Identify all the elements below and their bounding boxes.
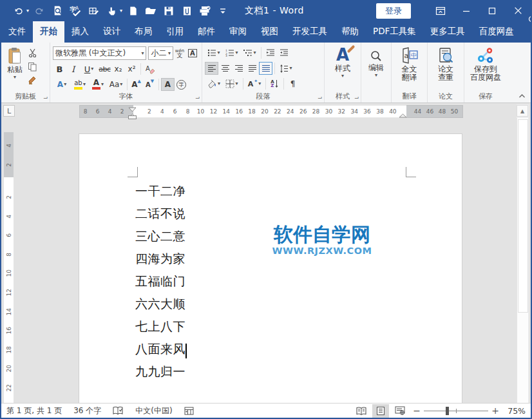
justify-button[interactable] [245, 62, 259, 75]
text-effects-dropdown-icon[interactable]: ▾ [64, 83, 66, 86]
underline-dropdown-icon[interactable]: ▾ [91, 67, 93, 71]
attachment-icon[interactable] [179, 3, 195, 19]
page-indicator[interactable]: 第 1 页, 共 1 页 [6, 405, 62, 416]
document-line[interactable]: 六六大顺 [135, 296, 185, 318]
scroll-up-icon[interactable]: ▲ [517, 105, 528, 117]
zoom-slider-thumb[interactable] [446, 407, 449, 415]
grow-font-button[interactable]: A▲ [129, 78, 143, 91]
zoom-level[interactable]: 75% [501, 406, 526, 416]
enclose-characters-button[interactable]: 字 [175, 78, 188, 91]
tell-me-button[interactable]: 告诉我 [521, 0, 532, 43]
redo-icon[interactable] [32, 3, 47, 19]
ribbon-tab[interactable]: 插入 [64, 21, 96, 43]
align-center-button[interactable] [218, 62, 232, 75]
decrease-indent-icon[interactable] [263, 46, 277, 59]
document-page[interactable]: 一干二净二话不说三心二意四海为家五福临门六六大顺七上八下八面来风九九归一 软件自… [79, 133, 462, 403]
increase-indent-icon[interactable] [277, 46, 290, 59]
shrink-font-button[interactable]: A▼ [143, 78, 157, 91]
read-mode-icon[interactable] [353, 404, 370, 418]
ribbon-tab[interactable]: 设计 [96, 21, 128, 43]
draw-table-icon[interactable] [86, 3, 101, 19]
customize-quick-access-icon[interactable] [215, 3, 231, 19]
format-painter-icon[interactable] [26, 73, 39, 86]
copy-icon[interactable] [26, 60, 39, 73]
clear-formatting-icon[interactable]: A [143, 63, 157, 75]
web-layout-icon[interactable] [392, 404, 408, 418]
ribbon-tab[interactable]: 审阅 [222, 21, 254, 43]
collapse-ribbon-button[interactable] [518, 92, 526, 101]
document-line[interactable]: 一干二净 [135, 183, 185, 206]
left-indent-marker[interactable] [128, 115, 137, 119]
cut-icon[interactable] [26, 46, 39, 59]
maximize-button[interactable] [479, 0, 505, 21]
zoom-slider[interactable] [424, 404, 488, 418]
align-left-button[interactable] [205, 62, 218, 75]
font-name-combo[interactable]: 微软雅黑 (中文正文) ▾ [53, 46, 146, 60]
line-spacing-button[interactable]: ▾ [277, 62, 295, 75]
scrollbar-thumb[interactable] [518, 119, 528, 313]
minimize-button[interactable] [453, 0, 479, 21]
highlight-dropdown-icon[interactable]: ▾ [83, 83, 86, 86]
spelling-grammar-icon[interactable]: 字A [68, 3, 83, 19]
borders-button[interactable]: ▾ [223, 77, 241, 90]
text-effects-button[interactable]: A▾ [53, 78, 71, 91]
character-border-icon[interactable]: A [186, 47, 199, 60]
save-to-baidu-button[interactable]: 保存到百度网盘 [467, 45, 504, 84]
document-line[interactable]: 四海为家 [135, 251, 185, 273]
multilevel-dropdown-icon[interactable]: ▾ [253, 51, 256, 55]
document-line[interactable]: 七上八下 [135, 318, 185, 341]
sort-button[interactable]: AZ [268, 77, 281, 90]
align-right-button[interactable] [232, 62, 245, 75]
ribbon-tab[interactable]: 更多工具 [423, 21, 472, 43]
italic-button[interactable]: I [66, 63, 80, 75]
paste-button[interactable]: 粘贴 ▾ [4, 45, 26, 86]
bullets-button[interactable]: ▾ [205, 46, 223, 59]
bold-button[interactable]: B [53, 63, 66, 75]
tab-stop-selector[interactable]: L [3, 105, 15, 117]
borders-dropdown-icon[interactable]: ▾ [235, 82, 238, 86]
document-line[interactable]: 二话不说 [135, 206, 185, 228]
editing-dropdown-icon[interactable]: ▾ [375, 73, 377, 77]
print-preview-icon[interactable] [50, 3, 65, 19]
superscript-button[interactable]: x² [125, 63, 138, 75]
asian-layout-dropdown-icon[interactable]: ▾ [258, 82, 261, 86]
right-indent-marker[interactable] [399, 111, 407, 120]
line-spacing-dropdown-icon[interactable]: ▾ [289, 66, 292, 70]
font-dialog-launcher-icon[interactable]: ⌐ [195, 95, 200, 101]
language-indicator[interactable]: 中文(中国) [135, 405, 172, 416]
font-color-dropdown-icon[interactable]: ▾ [101, 83, 104, 86]
font-color-button[interactable]: A▾ [89, 78, 107, 91]
proofing-check-icon[interactable] [113, 406, 124, 415]
styles-dropdown-icon[interactable]: ▾ [341, 74, 344, 78]
font-size-combo[interactable]: 小二 ▾ [148, 46, 173, 60]
ribbon-tab[interactable]: 视图 [254, 21, 285, 43]
new-document-icon[interactable] [125, 3, 140, 19]
ribbon-tab[interactable]: 开发工具 [285, 21, 334, 43]
phonetic-guide-icon[interactable]: wén文 [173, 47, 186, 60]
zoom-out-button[interactable]: − [411, 405, 423, 416]
vertical-scrollbar[interactable]: ▲ [517, 104, 529, 403]
asian-layout-button[interactable]: A✦▾ [245, 77, 263, 90]
document-line[interactable]: 八面来风 [135, 341, 185, 364]
undo-icon[interactable] [10, 3, 26, 19]
font-name-dropdown-icon[interactable]: ▾ [141, 52, 144, 55]
undo-dropdown-icon[interactable]: ▾ [26, 8, 29, 14]
multilevel-list-button[interactable]: ▾ [241, 46, 259, 59]
change-case-dropdown-icon[interactable]: ▾ [120, 83, 122, 86]
ribbon-tab[interactable]: 邮件 [191, 21, 222, 43]
styles-dialog-launcher-icon[interactable]: ⌐ [354, 95, 359, 101]
strikethrough-button[interactable]: abc [98, 63, 111, 75]
ribbon-tab[interactable]: 引用 [159, 21, 191, 43]
touch-mouse-mode-icon[interactable] [104, 3, 119, 19]
shading-button[interactable]: ▾ [205, 77, 223, 90]
scrollbar-track[interactable] [517, 118, 528, 403]
editing-button[interactable]: 编辑 ▾ [364, 45, 388, 79]
macro-record-icon[interactable] [184, 407, 194, 415]
zoom-in-button[interactable]: + [489, 405, 501, 416]
ribbon-tab[interactable]: PDF工具集 [366, 21, 423, 43]
quick-print-icon[interactable] [197, 3, 213, 19]
styles-button[interactable]: A 样式 ▾ [327, 45, 358, 79]
character-shading-button[interactable]: A [161, 78, 175, 91]
distributed-button[interactable] [259, 62, 272, 75]
shading-dropdown-icon[interactable]: ▾ [218, 82, 220, 86]
